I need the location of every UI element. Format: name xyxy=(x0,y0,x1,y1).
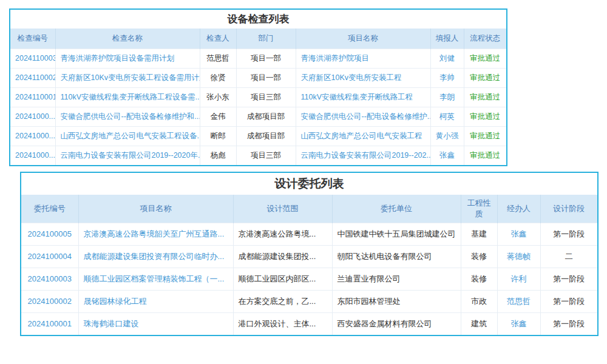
cell-name[interactable]: 天府新区10Kv变电所安装工程设备需用计划 xyxy=(55,68,200,87)
equipment-inspection-table: 检查编号检查名称检查人部门项目名称填报人流程状态2024110003青海洪湖养护… xyxy=(10,29,506,165)
cell-id[interactable]: 2024100003 xyxy=(21,268,78,290)
header-row: 检查编号检查名称检查人部门项目名称填报人流程状态 xyxy=(10,29,506,49)
cell-handler[interactable]: 范思哲 xyxy=(497,290,540,312)
cell-project[interactable]: 京港澳高速公路粤境韶关至广州互通路... xyxy=(78,223,233,245)
cell-id[interactable]: 2024100001 xyxy=(21,312,78,335)
cell-inspector: 张小东 xyxy=(200,87,236,107)
cell-stage: 第一阶段 xyxy=(540,312,597,335)
cell-id[interactable]: 2024100005 xyxy=(21,223,78,245)
cell-name[interactable]: 安徽合肥供电公司--配电设备检修维护和... xyxy=(55,107,200,126)
cell-project[interactable]: 110kV安徽线程集变开断线路工程 xyxy=(296,87,430,107)
cell-id[interactable]: 20241000... xyxy=(10,107,55,126)
cell-stage: 二 xyxy=(540,245,597,268)
cell-scope: 在方案交底之前，乙... xyxy=(233,290,332,312)
column-header-handler: 经办人 xyxy=(497,195,540,223)
column-header-department: 部门 xyxy=(236,29,296,49)
cell-reporter[interactable]: 柯英 xyxy=(430,107,464,126)
cell-reporter[interactable]: 刘健 xyxy=(430,49,464,68)
cell-handler[interactable]: 许利 xyxy=(497,268,540,290)
cell-project[interactable]: 云南电力设备安装有限公司2019--202... xyxy=(296,146,430,165)
cell-id[interactable]: 20241000... xyxy=(10,146,55,165)
equipment-inspection-panel: 设备检查列表 检查编号检查名称检查人部门项目名称填报人流程状态202411000… xyxy=(9,8,507,166)
cell-department: 项目三部 xyxy=(236,87,296,107)
cell-department: 项目一部 xyxy=(236,68,296,87)
cell-status: 审批通过 xyxy=(464,68,506,87)
column-header-client: 委托单位 xyxy=(332,195,461,223)
cell-project[interactable]: 成都能源建设集团投资有限公司临时办... xyxy=(78,245,233,268)
cell-handler[interactable]: 张鑫 xyxy=(497,223,540,245)
cell-reporter[interactable]: 黄小强 xyxy=(430,126,464,146)
cell-client: 西安盛器金属材料有限公司 xyxy=(332,312,461,335)
column-header-scope: 设计范围 xyxy=(233,195,332,223)
cell-id[interactable]: 2024110003 xyxy=(10,49,55,68)
cell-inspector: 徐贤 xyxy=(200,68,236,87)
column-header-nature: 工程性质 xyxy=(461,195,497,223)
cell-handler[interactable]: 张鑫 xyxy=(497,312,540,335)
cell-project[interactable]: 安徽合肥供电公司--配电设备检修维护... xyxy=(296,107,430,126)
cell-client: 朝阳飞达机电设备有限公司 xyxy=(332,245,461,268)
cell-status: 审批通过 xyxy=(464,87,506,107)
cell-project[interactable]: 晟铭园林绿化工程 xyxy=(78,290,233,312)
cell-nature: 市政 xyxy=(461,290,497,312)
cell-reporter[interactable]: 张鑫 xyxy=(430,146,464,165)
table-row: 20241000...云南电力设备安装有限公司2019--2020年...杨彪项… xyxy=(10,146,506,165)
cell-name[interactable]: 青海洪湖养护院项目设备需用计划 xyxy=(55,49,200,68)
cell-project[interactable]: 珠海鹤港口建设 xyxy=(78,312,233,335)
cell-id[interactable]: 2024100002 xyxy=(21,290,78,312)
table-row: 2024110003青海洪湖养护院项目设备需用计划范思哲项目一部青海洪湖养护院项… xyxy=(10,49,506,68)
cell-id[interactable]: 2024100004 xyxy=(21,245,78,268)
column-header-name: 检查名称 xyxy=(55,29,200,49)
cell-project[interactable]: 青海洪湖养护院项目 xyxy=(296,49,430,68)
column-header-stage: 设计阶段 xyxy=(540,195,597,223)
cell-nature: 装修 xyxy=(461,268,497,290)
column-header-inspector: 检查人 xyxy=(200,29,236,49)
cell-reporter[interactable]: 李朗 xyxy=(430,87,464,107)
cell-handler[interactable]: 蒋德帧 xyxy=(497,245,540,268)
cell-inspector: 断郎 xyxy=(200,126,236,146)
table-row: 2024100001珠海鹤港口建设港口外观设计、主体...西安盛器金属材料有限公… xyxy=(21,312,597,335)
cell-id[interactable]: 2024110001 xyxy=(10,87,55,107)
cell-id[interactable]: 20241000... xyxy=(10,126,55,146)
cell-stage: 第一阶段 xyxy=(540,268,597,290)
cell-department: 项目一部 xyxy=(236,49,296,68)
column-header-id: 委托编号 xyxy=(21,195,78,223)
cell-reporter[interactable]: 李帅 xyxy=(430,68,464,87)
cell-status: 审批通过 xyxy=(464,126,506,146)
cell-status: 审批通过 xyxy=(464,107,506,126)
column-header-status: 流程状态 xyxy=(464,29,506,49)
cell-department: 成都项目部 xyxy=(236,126,296,146)
cell-stage: 第一阶段 xyxy=(540,290,597,312)
table-row: 2024110002天府新区10Kv变电所安装工程设备需用计划徐贤项目一部天府新… xyxy=(10,68,506,87)
cell-scope: 港口外观设计、主体... xyxy=(233,312,332,335)
cell-name[interactable]: 山西弘文房地产总公司电气安装工程设备... xyxy=(55,126,200,146)
table-row: 2024100003顺德工业园区档案管理精装饰工程（一...顺德工业园区内部区.… xyxy=(21,268,597,290)
cell-client: 中国铁建中铁十五局集团城建公司 xyxy=(332,223,461,245)
cell-status: 审批通过 xyxy=(464,146,506,165)
cell-nature: 基建 xyxy=(461,223,497,245)
table-row: 2024100002晟铭园林绿化工程在方案交底之前，乙...东阳市园林管理处市政… xyxy=(21,290,597,312)
cell-department: 成都项目部 xyxy=(236,107,296,126)
cell-project[interactable]: 天府新区10Kv变电所安装工程 xyxy=(296,68,430,87)
cell-scope: 京港澳高速公路粤境... xyxy=(233,223,332,245)
table-row: 2024110001110kV安徽线程集变开断线路工程设备需...张小东项目三部… xyxy=(10,87,506,107)
design-commission-panel: 设计委托列表 委托编号项目名称设计范围委托单位工程性质经办人设计阶段202410… xyxy=(20,172,599,336)
column-header-reporter: 填报人 xyxy=(430,29,464,49)
header-row: 委托编号项目名称设计范围委托单位工程性质经办人设计阶段 xyxy=(21,195,597,223)
cell-name[interactable]: 云南电力设备安装有限公司2019--2020年... xyxy=(55,146,200,165)
design-table-title: 设计委托列表 xyxy=(21,173,597,195)
equipment-table-title: 设备检查列表 xyxy=(10,10,506,29)
cell-scope: 顺德工业园区内部区... xyxy=(233,268,332,290)
table-row: 20241000...山西弘文房地产总公司电气安装工程设备...断郎成都项目部山… xyxy=(10,126,506,146)
cell-stage: 第一阶段 xyxy=(540,223,597,245)
cell-id[interactable]: 2024110002 xyxy=(10,68,55,87)
table-row: 2024100005京港澳高速公路粤境韶关至广州互通路...京港澳高速公路粤境.… xyxy=(21,223,597,245)
cell-department: 项目三部 xyxy=(236,146,296,165)
cell-name[interactable]: 110kV安徽线程集变开断线路工程设备需... xyxy=(55,87,200,107)
cell-project[interactable]: 顺德工业园区档案管理精装饰工程（一... xyxy=(78,268,233,290)
cell-inspector: 范思哲 xyxy=(200,49,236,68)
cell-inspector: 杨彪 xyxy=(200,146,236,165)
column-header-project: 项目名称 xyxy=(296,29,430,49)
column-header-id: 检查编号 xyxy=(10,29,55,49)
cell-project[interactable]: 山西弘文房地产总公司电气安装工程 xyxy=(296,126,430,146)
cell-inspector: 金伟 xyxy=(200,107,236,126)
